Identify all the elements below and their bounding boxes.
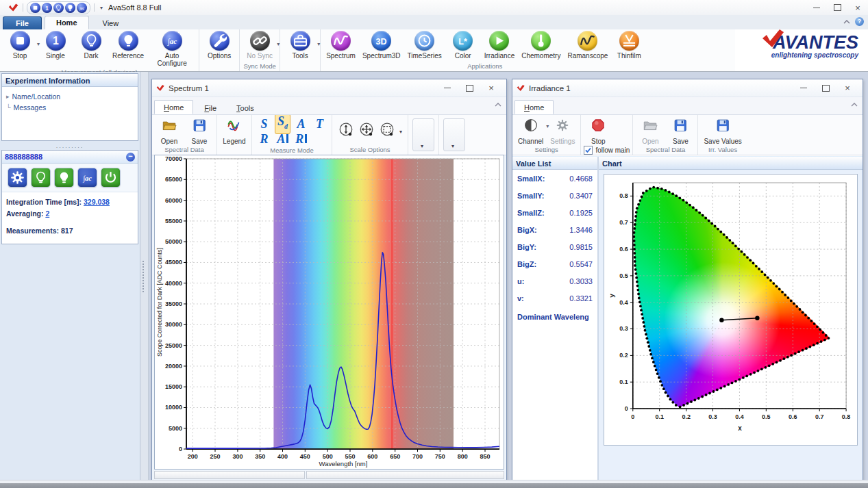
ribbon-dark-button[interactable]: Dark [73,30,109,60]
irradiance-stop-button[interactable]: Stop [584,116,612,146]
irradiance-window-titlebar[interactable]: Irradiance 1 × [512,79,863,97]
lamp-outline-icon [32,168,50,187]
spectrum-tab-tools[interactable]: Tools [227,101,263,114]
ribbon-no-sync-button[interactable]: No Sync▾ [242,30,277,60]
spectrum-window-titlebar[interactable]: Spectrum 1 × [152,79,506,97]
averaging-value[interactable]: 2 [45,209,49,218]
spectrum-collapse-icon[interactable] [494,101,502,108]
device-lamp-button[interactable] [54,168,74,188]
irradiance-settings-button[interactable]: Settings [547,116,578,146]
irradiance-group-misc: Stopfollow main [580,115,632,155]
ribbon-stop-button[interactable]: Stop▾ [2,30,38,60]
ribbon-irradiance-button[interactable]: Irradiance [481,30,518,60]
irradiance-minimize-button[interactable] [793,81,815,95]
mode-t-button[interactable]: T [316,117,323,131]
settings-gear-icon [554,117,571,136]
svg-text:50000: 50000 [165,238,182,245]
scale-options-caret-icon[interactable]: ▾ [399,129,402,135]
qat-single-button[interactable]: 1 [42,3,52,13]
close-button[interactable]: × [847,1,868,14]
qat-stop-button[interactable] [30,3,40,13]
tree-item-name-location[interactable]: ▸Name/Location [5,91,135,102]
mode-ri-button[interactable]: R [295,132,307,146]
ribbon-group-tools: Tools▾ [280,29,320,71]
expander-icon[interactable]: ▸ [6,93,10,100]
cie-chromaticity-chart[interactable]: 00.10.20.30.40.50.60.70.800.10.20.30.40.… [604,174,858,446]
irradiance-open-button[interactable]: Open [636,116,665,146]
ribbon-thinfilm-button[interactable]: Thinfilm [611,30,647,60]
dropdown-caret-icon[interactable]: ▾ [317,41,320,47]
device-power-button[interactable] [101,168,121,188]
device-panel-collapse-button[interactable]: − [126,153,135,162]
ribbon-tools-button[interactable]: Tools▾ [282,30,318,60]
mode-ai-button[interactable]: A [277,132,288,146]
irradiance-maximize-button[interactable] [815,81,836,95]
device-strobe-lamp-button[interactable] [31,168,51,188]
svg-text:350: 350 [255,453,265,460]
irradiance-save-values-button[interactable]: Save Values [701,116,744,146]
spectrum-extra-dropdown-2[interactable]: ▾ [443,118,465,151]
app-title: AvaSoft 8.8 Full [108,3,161,12]
qat-autoconfigure-button[interactable]: ∫ac [77,3,87,13]
spectrum-close-button[interactable]: × [480,81,502,95]
spectrum-legend-button[interactable]: Legend [220,116,249,146]
ribbon-group-sync-mode: No Sync▾Sync Mode [239,29,280,71]
ribbon-color-button[interactable]: L*Color [445,30,481,60]
tab-home[interactable]: Home [45,16,89,29]
tab-file[interactable]: File [3,16,42,29]
restore-button[interactable] [827,1,847,14]
panel-splitter[interactable]: ......... [0,142,140,149]
ribbon-reference-button[interactable]: Reference [109,30,147,60]
ribbon-timeseries-button[interactable]: TimeSeries [404,30,445,60]
dropdown-caret-icon[interactable]: ▾ [277,41,280,47]
spectrum-tab-home[interactable]: Home [154,100,193,114]
avasoft-window-icon [156,84,165,92]
toolbar-group-label: Settings [515,146,578,155]
svg-text:65000: 65000 [165,176,182,183]
avasoft-main-window: 1∫ac ▾ AvaSoft 8.8 Full × FileHomeView ?… [0,0,868,488]
ribbon-spectrum3d-button[interactable]: 3DSpectrum3D [359,30,404,60]
autoscale-y-icon[interactable] [338,122,354,141]
toolbar-group-label: Scale Options [335,146,405,155]
quick-access-dropdown-icon[interactable]: ▾ [100,5,103,11]
minimize-button[interactable] [806,1,827,14]
ribbon-single-button[interactable]: 1Single [38,30,73,60]
irradiance-play-icon [489,31,509,51]
mode-sd-button[interactable]: Sd [275,114,290,134]
tree-item-messages[interactable]: └Messages [5,102,135,113]
autoscale-all-icon[interactable] [358,122,375,141]
integration-time-value[interactable]: 329.038 [84,198,110,206]
irradiance-channel-button[interactable]: Channel▾ [515,116,546,146]
irradiance-close-button[interactable]: × [836,81,858,95]
irradiance-collapse-icon[interactable] [850,101,858,108]
qat-reference-button[interactable] [65,3,75,13]
irradiance-save-button[interactable]: Save [666,116,695,146]
sidebar-splitter[interactable] [140,72,149,480]
mode-a-button[interactable]: A [297,117,305,131]
mode-s-button[interactable]: S [260,117,267,131]
irradiance-tab-home[interactable]: Home [514,100,554,114]
spectrum-maximize-button[interactable] [458,81,480,95]
ribbon-ramanscope-button[interactable]: Ramanscope [564,30,611,60]
ribbon-auto-configure-button[interactable]: ∫acAuto Configure [147,30,197,68]
device-settings-button[interactable] [8,168,27,188]
spectrum-extra-dropdown-1[interactable]: ▾ [412,118,434,151]
mode-r-button[interactable]: R [260,132,268,146]
dominant-wavelength-label: Dominant Waveleng [517,311,593,322]
tab-view[interactable]: View [92,17,130,29]
ribbon-collapse-icon[interactable] [843,18,851,25]
ribbon-chemometry-label: Chemometry [521,52,560,60]
help-icon[interactable]: ? [855,17,864,26]
spectrum-plot[interactable]: 2002503003504004505005506006507007508008… [154,155,504,470]
zoom-box-icon[interactable] [379,122,395,141]
ribbon-options-button[interactable]: Options [201,30,237,60]
spectrum-tab-file[interactable]: File [195,101,225,114]
ribbon-chemometry-button[interactable]: Chemometry [518,30,564,60]
spectrum-open-button[interactable]: Open [155,116,184,146]
device-autoconfigure-button[interactable]: ∫ac [77,168,97,188]
follow-main-checkbox[interactable]: follow main [584,146,630,156]
qat-dark-button[interactable] [53,3,64,13]
spectrum-minimize-button[interactable] [436,81,458,95]
spectrum-save-button[interactable]: Save [185,116,214,146]
ribbon-spectrum-button[interactable]: Spectrum [323,30,359,60]
